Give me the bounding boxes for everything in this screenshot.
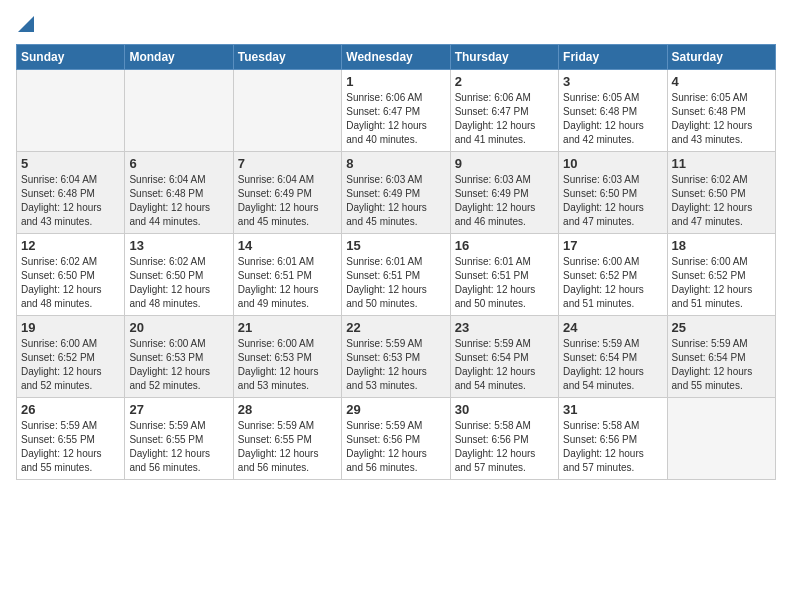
day-info: Sunrise: 5:59 AMSunset: 6:54 PMDaylight:… [455,337,554,393]
day-number: 21 [238,320,337,335]
calendar-day-cell: 23Sunrise: 5:59 AMSunset: 6:54 PMDayligh… [450,316,558,398]
day-info: Sunrise: 6:00 AMSunset: 6:53 PMDaylight:… [238,337,337,393]
calendar-day-cell: 25Sunrise: 5:59 AMSunset: 6:54 PMDayligh… [667,316,775,398]
day-info: Sunrise: 5:59 AMSunset: 6:53 PMDaylight:… [346,337,445,393]
day-number: 24 [563,320,662,335]
calendar-day-cell: 5Sunrise: 6:04 AMSunset: 6:48 PMDaylight… [17,152,125,234]
day-number: 22 [346,320,445,335]
day-info: Sunrise: 5:59 AMSunset: 6:54 PMDaylight:… [563,337,662,393]
day-info: Sunrise: 5:59 AMSunset: 6:56 PMDaylight:… [346,419,445,475]
calendar-week-row: 26Sunrise: 5:59 AMSunset: 6:55 PMDayligh… [17,398,776,480]
day-number: 14 [238,238,337,253]
calendar-day-cell: 26Sunrise: 5:59 AMSunset: 6:55 PMDayligh… [17,398,125,480]
logo-icon [18,16,34,36]
svg-marker-0 [18,16,34,32]
day-info: Sunrise: 5:58 AMSunset: 6:56 PMDaylight:… [563,419,662,475]
day-number: 28 [238,402,337,417]
day-info: Sunrise: 6:04 AMSunset: 6:48 PMDaylight:… [21,173,120,229]
calendar-day-cell: 31Sunrise: 5:58 AMSunset: 6:56 PMDayligh… [559,398,667,480]
weekday-header-wednesday: Wednesday [342,45,450,70]
calendar-day-cell: 6Sunrise: 6:04 AMSunset: 6:48 PMDaylight… [125,152,233,234]
calendar-header-row: SundayMondayTuesdayWednesdayThursdayFrid… [17,45,776,70]
calendar-day-cell [125,70,233,152]
calendar-day-cell: 19Sunrise: 6:00 AMSunset: 6:52 PMDayligh… [17,316,125,398]
calendar-day-cell: 4Sunrise: 6:05 AMSunset: 6:48 PMDaylight… [667,70,775,152]
calendar-day-cell [17,70,125,152]
day-info: Sunrise: 6:06 AMSunset: 6:47 PMDaylight:… [455,91,554,147]
calendar-day-cell [233,70,341,152]
weekday-header-tuesday: Tuesday [233,45,341,70]
day-number: 17 [563,238,662,253]
day-number: 12 [21,238,120,253]
weekday-header-thursday: Thursday [450,45,558,70]
calendar-day-cell: 11Sunrise: 6:02 AMSunset: 6:50 PMDayligh… [667,152,775,234]
day-info: Sunrise: 6:05 AMSunset: 6:48 PMDaylight:… [563,91,662,147]
calendar-day-cell: 28Sunrise: 5:59 AMSunset: 6:55 PMDayligh… [233,398,341,480]
day-number: 16 [455,238,554,253]
calendar-day-cell: 16Sunrise: 6:01 AMSunset: 6:51 PMDayligh… [450,234,558,316]
logo [16,16,34,36]
calendar-week-row: 1Sunrise: 6:06 AMSunset: 6:47 PMDaylight… [17,70,776,152]
calendar-day-cell: 27Sunrise: 5:59 AMSunset: 6:55 PMDayligh… [125,398,233,480]
calendar-day-cell: 2Sunrise: 6:06 AMSunset: 6:47 PMDaylight… [450,70,558,152]
calendar-day-cell: 29Sunrise: 5:59 AMSunset: 6:56 PMDayligh… [342,398,450,480]
calendar-day-cell: 1Sunrise: 6:06 AMSunset: 6:47 PMDaylight… [342,70,450,152]
day-number: 7 [238,156,337,171]
weekday-header-monday: Monday [125,45,233,70]
calendar-day-cell [667,398,775,480]
day-info: Sunrise: 5:58 AMSunset: 6:56 PMDaylight:… [455,419,554,475]
day-number: 13 [129,238,228,253]
day-number: 15 [346,238,445,253]
day-number: 26 [21,402,120,417]
day-number: 20 [129,320,228,335]
day-info: Sunrise: 6:05 AMSunset: 6:48 PMDaylight:… [672,91,771,147]
day-info: Sunrise: 6:00 AMSunset: 6:52 PMDaylight:… [672,255,771,311]
calendar-day-cell: 10Sunrise: 6:03 AMSunset: 6:50 PMDayligh… [559,152,667,234]
day-number: 30 [455,402,554,417]
day-info: Sunrise: 5:59 AMSunset: 6:55 PMDaylight:… [238,419,337,475]
calendar-day-cell: 15Sunrise: 6:01 AMSunset: 6:51 PMDayligh… [342,234,450,316]
day-number: 10 [563,156,662,171]
day-info: Sunrise: 5:59 AMSunset: 6:55 PMDaylight:… [21,419,120,475]
day-number: 4 [672,74,771,89]
page-header [16,16,776,36]
day-info: Sunrise: 6:02 AMSunset: 6:50 PMDaylight:… [672,173,771,229]
day-info: Sunrise: 6:03 AMSunset: 6:50 PMDaylight:… [563,173,662,229]
day-info: Sunrise: 6:02 AMSunset: 6:50 PMDaylight:… [21,255,120,311]
day-number: 18 [672,238,771,253]
day-number: 19 [21,320,120,335]
day-number: 25 [672,320,771,335]
day-number: 27 [129,402,228,417]
calendar-week-row: 19Sunrise: 6:00 AMSunset: 6:52 PMDayligh… [17,316,776,398]
calendar-week-row: 5Sunrise: 6:04 AMSunset: 6:48 PMDaylight… [17,152,776,234]
calendar-day-cell: 17Sunrise: 6:00 AMSunset: 6:52 PMDayligh… [559,234,667,316]
day-number: 6 [129,156,228,171]
day-info: Sunrise: 6:01 AMSunset: 6:51 PMDaylight:… [238,255,337,311]
weekday-header-sunday: Sunday [17,45,125,70]
day-info: Sunrise: 6:00 AMSunset: 6:52 PMDaylight:… [563,255,662,311]
day-info: Sunrise: 6:06 AMSunset: 6:47 PMDaylight:… [346,91,445,147]
day-info: Sunrise: 6:00 AMSunset: 6:52 PMDaylight:… [21,337,120,393]
calendar-day-cell: 18Sunrise: 6:00 AMSunset: 6:52 PMDayligh… [667,234,775,316]
day-number: 29 [346,402,445,417]
day-info: Sunrise: 6:03 AMSunset: 6:49 PMDaylight:… [346,173,445,229]
day-info: Sunrise: 6:01 AMSunset: 6:51 PMDaylight:… [346,255,445,311]
day-number: 31 [563,402,662,417]
day-info: Sunrise: 6:01 AMSunset: 6:51 PMDaylight:… [455,255,554,311]
calendar-day-cell: 12Sunrise: 6:02 AMSunset: 6:50 PMDayligh… [17,234,125,316]
day-info: Sunrise: 6:00 AMSunset: 6:53 PMDaylight:… [129,337,228,393]
day-info: Sunrise: 6:02 AMSunset: 6:50 PMDaylight:… [129,255,228,311]
calendar-table: SundayMondayTuesdayWednesdayThursdayFrid… [16,44,776,480]
calendar-day-cell: 13Sunrise: 6:02 AMSunset: 6:50 PMDayligh… [125,234,233,316]
calendar-day-cell: 22Sunrise: 5:59 AMSunset: 6:53 PMDayligh… [342,316,450,398]
calendar-day-cell: 7Sunrise: 6:04 AMSunset: 6:49 PMDaylight… [233,152,341,234]
day-number: 9 [455,156,554,171]
day-number: 5 [21,156,120,171]
day-number: 23 [455,320,554,335]
day-number: 2 [455,74,554,89]
day-number: 3 [563,74,662,89]
calendar-day-cell: 30Sunrise: 5:58 AMSunset: 6:56 PMDayligh… [450,398,558,480]
day-number: 1 [346,74,445,89]
calendar-day-cell: 20Sunrise: 6:00 AMSunset: 6:53 PMDayligh… [125,316,233,398]
weekday-header-saturday: Saturday [667,45,775,70]
